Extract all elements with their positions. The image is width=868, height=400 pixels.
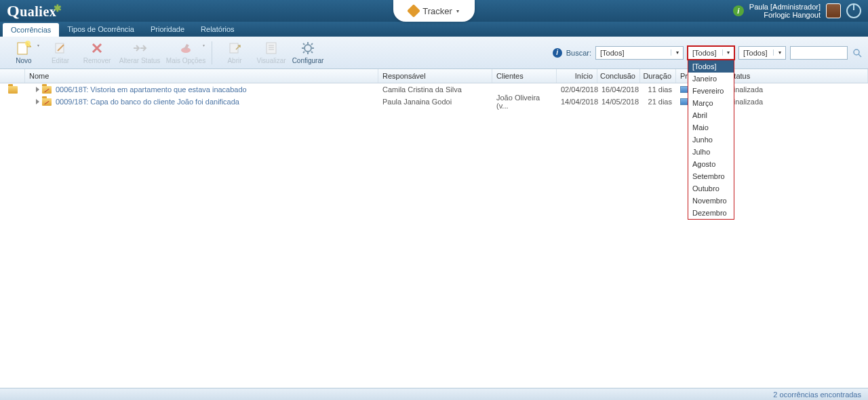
visualizar-button[interactable]: Visualizar — [253, 39, 290, 67]
svg-rect-10 — [267, 43, 276, 54]
col-conclusao[interactable]: Conclusão — [597, 69, 640, 83]
col-responsavel[interactable]: Responsável — [378, 69, 492, 83]
row-name: 0006/18T: Vistoria em apartamento que es… — [56, 85, 247, 94]
row-clientes: João Oliveira (v... — [492, 94, 557, 110]
tab-tipos[interactable]: Tipos de Ocorrência — [59, 22, 142, 37]
month-option[interactable]: Julho — [688, 146, 734, 158]
row-status: Finalizada — [725, 85, 868, 94]
month-option[interactable]: Dezembro — [688, 207, 734, 219]
month-option[interactable]: Maio — [688, 121, 734, 134]
month-option[interactable]: Abril — [688, 109, 734, 121]
novo-button[interactable]: Novo▾ — [5, 39, 42, 67]
remover-button[interactable]: Remover — [79, 39, 115, 67]
svg-line-19 — [303, 43, 304, 45]
col-duracao[interactable]: Duração — [640, 69, 676, 83]
table-row[interactable]: 0009/18T: Capa do banco do cliente João … — [0, 96, 868, 108]
avatar[interactable] — [826, 3, 841, 18]
svg-point-14 — [304, 45, 311, 52]
row-conclusao: 14/05/2018 — [597, 98, 640, 106]
item-folder-icon — [42, 86, 52, 94]
row-name: 0009/18T: Capa do banco do cliente João … — [56, 98, 239, 106]
search-icon[interactable] — [852, 47, 863, 58]
tab-prioridade[interactable]: Prioridade — [142, 22, 193, 37]
search-label: Buscar: — [566, 49, 591, 57]
col-nome[interactable]: Nome — [25, 69, 378, 83]
table-row[interactable]: 0006/18T: Vistoria em apartamento que es… — [0, 83, 868, 96]
month-option[interactable]: Outubro — [688, 182, 734, 195]
row-status: Finalizada — [725, 98, 868, 106]
month-option[interactable]: Junho — [688, 134, 734, 146]
configurar-button[interactable]: Configurar — [290, 39, 326, 67]
col-status[interactable]: Status — [725, 69, 868, 83]
folder-icon — [8, 86, 18, 94]
month-option[interactable]: Setembro — [688, 170, 734, 182]
search-input[interactable] — [790, 46, 848, 60]
month-option[interactable]: [Todos] — [688, 60, 734, 73]
col-inicio[interactable]: Início — [557, 69, 597, 83]
expand-icon[interactable] — [36, 99, 39, 104]
row-duracao: 11 dias — [640, 85, 676, 94]
search-combo-3[interactable]: [Todos]▾ — [738, 46, 786, 60]
month-option[interactable]: Novembro — [688, 195, 734, 207]
month-option[interactable]: Janeiro — [688, 73, 734, 85]
row-inicio: 02/04/2018 — [557, 85, 597, 94]
svg-point-23 — [854, 49, 859, 55]
svg-line-24 — [859, 54, 861, 57]
search-combo-1[interactable]: [Todos]▾ — [595, 46, 684, 60]
month-option[interactable]: Agosto — [688, 158, 734, 170]
svg-line-21 — [311, 43, 313, 45]
app-logo: QQualiexualiex✱ — [0, 2, 56, 20]
month-option[interactable]: Fevereiro — [688, 85, 734, 97]
row-duracao: 21 dias — [640, 98, 676, 106]
tab-ocorrencias[interactable]: Ocorrências — [3, 23, 59, 37]
row-responsavel: Camila Cristina da Silva — [378, 85, 492, 94]
abrir-button[interactable]: Abrir — [216, 39, 253, 67]
status-bar: 2 ocorrências encontradas — [0, 388, 868, 400]
logout-icon[interactable] — [846, 3, 861, 18]
tracker-dropdown[interactable]: Tracker▾ — [393, 0, 475, 22]
svg-line-20 — [311, 52, 313, 53]
month-dropdown: [Todos]JaneiroFevereiroMarçoAbrilMaioJun… — [688, 60, 734, 220]
mais-opcoes-button[interactable]: Mais Opções▾ — [164, 39, 208, 67]
alterar-status-button[interactable]: Alterar Status — [115, 39, 164, 67]
month-combo[interactable]: [Todos]▾ — [688, 46, 734, 60]
row-conclusao: 16/04/2018 — [597, 85, 640, 94]
row-inicio: 14/04/2018 — [557, 98, 597, 106]
svg-point-2 — [25, 41, 31, 46]
help-icon[interactable]: i — [553, 48, 562, 58]
info-icon[interactable]: i — [733, 5, 744, 16]
month-filter-wrap: [Todos]▾ [Todos]JaneiroFevereiroMarçoAbr… — [688, 46, 734, 60]
row-responsavel: Paula Janaina Godoi — [378, 98, 492, 106]
editar-button[interactable]: Editar — [42, 39, 79, 67]
col-clientes[interactable]: Clientes — [492, 69, 557, 83]
svg-line-22 — [303, 52, 304, 53]
month-option[interactable]: Março — [688, 97, 734, 109]
tab-relatorios[interactable]: Relatórios — [193, 22, 243, 37]
item-folder-icon — [42, 98, 52, 106]
expand-icon[interactable] — [36, 87, 39, 92]
user-label: Paula [Administrador] Forlogic Hangout — [749, 3, 821, 19]
